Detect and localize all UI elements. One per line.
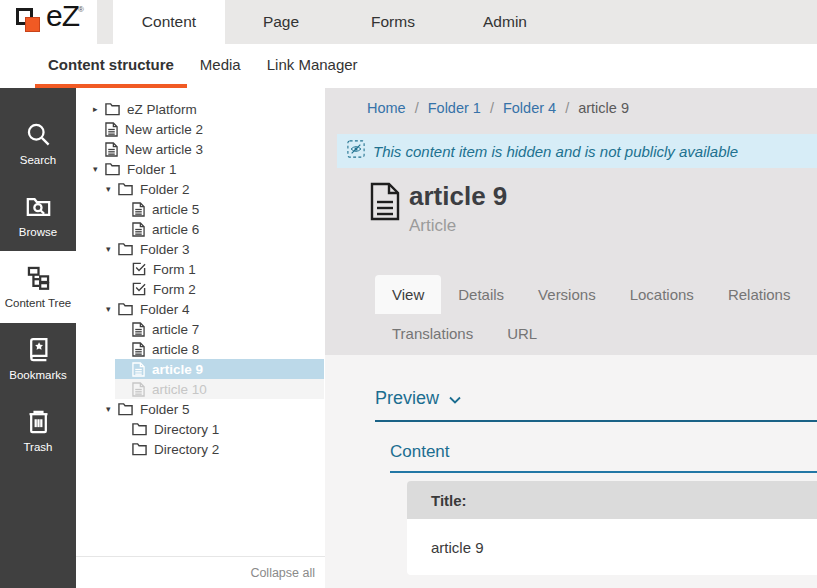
- tree-item-label: Folder 5: [140, 402, 190, 417]
- tree-item-folder-2[interactable]: ▾Folder 2: [106, 179, 325, 199]
- logo-registered-mark: ®: [78, 5, 84, 14]
- tree-footer: Collapse all: [76, 556, 325, 588]
- hidden-content-notice: This content item is hidden and is not p…: [337, 134, 817, 168]
- tree-item-folder-1[interactable]: ▾Folder 1: [93, 159, 325, 179]
- tree-item-article-10[interactable]: article 10: [115, 379, 324, 399]
- article-icon: [105, 122, 118, 137]
- tree-item-form-2[interactable]: Form 2: [132, 279, 325, 299]
- tree-item-article-5[interactable]: article 5: [132, 199, 325, 219]
- tab-details[interactable]: Details: [441, 275, 521, 314]
- content-type-label: Article: [409, 216, 507, 236]
- browse-icon: [25, 193, 52, 220]
- topnav-tabs: ContentPageFormsAdmin: [113, 0, 561, 44]
- breadcrumb-current: article 9: [578, 100, 629, 116]
- sidebar-item-label: Browse: [19, 226, 57, 239]
- tree-item-label: Directory 2: [154, 442, 219, 457]
- tree-item-directory-2[interactable]: Directory 2: [132, 439, 325, 459]
- ez-logo[interactable]: eZ ®: [0, 0, 97, 44]
- breadcrumb-link-folder-4[interactable]: Folder 4: [503, 100, 556, 116]
- article-icon: [132, 362, 145, 377]
- content-tabs: ViewDetailsVersionsLocationsRelationsTra…: [375, 275, 817, 353]
- sidebar-item-bookmarks[interactable]: Bookmarks: [0, 323, 76, 395]
- tree-item-article-8[interactable]: article 8: [132, 339, 325, 359]
- main-content: Home/Folder 1/Folder 4/article 9 This co…: [325, 88, 817, 588]
- tree-item-directory-1[interactable]: Directory 1: [132, 419, 325, 439]
- breadcrumb-link-folder-1[interactable]: Folder 1: [428, 100, 481, 116]
- field-label: Title:: [407, 481, 817, 519]
- caret-right-icon[interactable]: ▸: [93, 105, 105, 114]
- topnav-tab-content[interactable]: Content: [113, 0, 225, 44]
- field-value: article 9: [407, 519, 817, 575]
- sidebar-item-label: Trash: [24, 441, 53, 454]
- sidebar-item-search[interactable]: Search: [0, 108, 76, 180]
- content-tree: ▸eZ PlatformNew article 2New article 3▾F…: [76, 88, 325, 459]
- tab-url[interactable]: URL: [490, 314, 554, 353]
- breadcrumb-separator: /: [415, 100, 419, 116]
- caret-down-icon[interactable]: ▾: [93, 165, 105, 174]
- tab-versions[interactable]: Versions: [521, 275, 613, 314]
- collapse-all-button[interactable]: Collapse all: [250, 566, 315, 580]
- tree-item-label: Folder 1: [127, 162, 177, 177]
- tab-view[interactable]: View: [375, 275, 441, 314]
- tree-item-form-1[interactable]: Form 1: [132, 259, 325, 279]
- subnav-tab-media[interactable]: Media: [187, 44, 254, 88]
- sidebar-item-trash[interactable]: Trash: [0, 395, 76, 467]
- hidden-eye-icon: [347, 140, 365, 162]
- breadcrumb: Home/Folder 1/Folder 4/article 9: [367, 100, 629, 116]
- sidebar-item-browse[interactable]: Browse: [0, 180, 76, 252]
- top-navigation: eZ ® ContentPageFormsAdmin: [0, 0, 817, 44]
- ez-logo-icon: eZ ®: [16, 5, 86, 39]
- chevron-down-icon: [439, 390, 461, 408]
- caret-down-icon[interactable]: ▾: [106, 245, 118, 254]
- topnav-tab-page[interactable]: Page: [225, 0, 337, 44]
- caret-down-icon[interactable]: ▾: [106, 405, 118, 414]
- tab-relations[interactable]: Relations: [711, 275, 808, 314]
- tree-item-article-7[interactable]: article 7: [132, 319, 325, 339]
- topnav-tab-admin[interactable]: Admin: [449, 0, 561, 44]
- sidebar-item-content-tree[interactable]: Content Tree: [0, 251, 76, 323]
- tab-locations[interactable]: Locations: [613, 275, 711, 314]
- content-tree-panel: ▸eZ PlatformNew article 2New article 3▾F…: [76, 88, 325, 588]
- subnav-tab-link-manager[interactable]: Link Manager: [254, 44, 371, 88]
- secondary-navigation: Content structureMediaLink Manager: [0, 44, 817, 88]
- tree-item-label: Form 2: [153, 282, 196, 297]
- tree-item-article-6[interactable]: article 6: [132, 219, 325, 239]
- trash-icon: [25, 408, 52, 435]
- tree-item-new-article-3[interactable]: New article 3: [105, 139, 325, 159]
- article-icon: [132, 342, 145, 357]
- tree-item-folder-4[interactable]: ▾Folder 4: [106, 299, 325, 319]
- sidebar-item-label: Bookmarks: [9, 369, 67, 382]
- preview-section-label: Preview: [375, 388, 439, 409]
- tree-item-label: Folder 3: [140, 242, 190, 257]
- form-icon: [132, 262, 146, 276]
- folder-icon: [132, 442, 147, 456]
- tree-item-label: New article 2: [125, 122, 203, 137]
- tree-item-new-article-2[interactable]: New article 2: [105, 119, 325, 139]
- page-title: article 9: [409, 182, 507, 212]
- breadcrumb-link-home[interactable]: Home: [367, 100, 406, 116]
- content-body: Preview Content Title:article 9: [325, 355, 817, 575]
- tree-item-folder-5[interactable]: ▾Folder 5: [106, 399, 325, 419]
- tree-item-label: Form 1: [153, 262, 196, 277]
- folder-icon: [118, 302, 133, 316]
- document-icon: [370, 182, 400, 236]
- tree-item-label: eZ Platform: [127, 102, 197, 117]
- tree-item-ez-platform[interactable]: ▸eZ Platform: [93, 99, 325, 119]
- left-sidebar: SearchBrowseContent TreeBookmarksTrash: [0, 88, 76, 588]
- content-header: Home/Folder 1/Folder 4/article 9 This co…: [325, 88, 817, 355]
- caret-down-icon[interactable]: ▾: [106, 185, 118, 194]
- breadcrumb-separator: /: [490, 100, 494, 116]
- sidebar-item-label: Content Tree: [5, 297, 71, 310]
- article-icon: [105, 142, 118, 157]
- tree-item-article-9[interactable]: article 9: [115, 359, 324, 379]
- folder-icon: [118, 242, 133, 256]
- folder-icon: [132, 422, 147, 436]
- topnav-tab-forms[interactable]: Forms: [337, 0, 449, 44]
- content-tree-icon: [25, 264, 52, 291]
- tab-translations[interactable]: Translations: [375, 314, 490, 353]
- tree-item-folder-3[interactable]: ▾Folder 3: [106, 239, 325, 259]
- tree-item-label: article 10: [152, 382, 207, 397]
- caret-down-icon[interactable]: ▾: [106, 305, 118, 314]
- subnav-tab-content-structure[interactable]: Content structure: [35, 44, 187, 88]
- preview-section-toggle[interactable]: Preview: [375, 388, 817, 422]
